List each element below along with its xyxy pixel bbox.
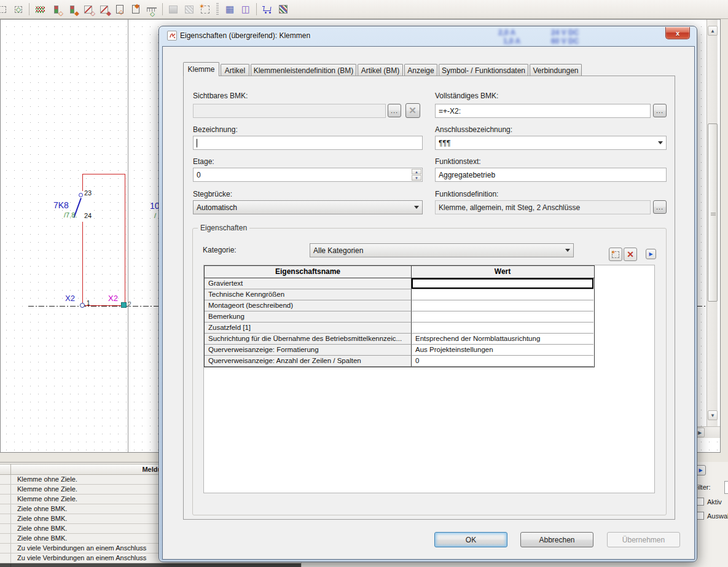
function-definition-input[interactable]: Klemme, allgemein, mit Steg, 2 Anschlüss… <box>435 200 651 214</box>
unplace-terminal-down-icon[interactable]: ◆ <box>96 2 112 17</box>
editor-vscrollbar[interactable]: ▲ ▼ <box>706 20 718 426</box>
hatch-panel-disabled-icon[interactable] <box>181 2 197 17</box>
property-row: Montageort (beschreibend) <box>205 300 594 311</box>
property-value-cell[interactable]: 0 <box>412 356 593 367</box>
property-value-cell[interactable]: Aus Projekteinstellungen <box>412 345 593 356</box>
rail-terminal-icon[interactable]: ◇ <box>144 2 160 17</box>
filter-input[interactable] <box>724 481 728 494</box>
terminal-right-tag[interactable]: X2 <box>108 294 118 303</box>
clipped-device-ref[interactable]: / <box>154 212 156 219</box>
close-button[interactable]: x <box>665 27 690 39</box>
visible-dt-browse-button[interactable]: ... <box>388 104 401 117</box>
unplace-terminal-icon[interactable]: ◇ <box>80 2 96 17</box>
glyph <box>279 5 288 14</box>
full-dt-browse-button[interactable]: ... <box>653 104 667 117</box>
contact-pin-bottom[interactable]: 24 <box>84 212 92 219</box>
scrollbar-thumb[interactable] <box>708 123 718 302</box>
property-new-button[interactable]: ✶ <box>609 248 622 261</box>
category-combobox[interactable]: Alle Kategorien <box>310 243 574 257</box>
terminal-right-pin[interactable]: 2 <box>128 301 131 308</box>
spin-up-icon[interactable]: ▲ <box>412 169 421 174</box>
glyph <box>54 6 58 14</box>
chevron-down-icon[interactable] <box>565 249 570 252</box>
glyph <box>169 6 178 14</box>
designation-input[interactable] <box>193 136 423 150</box>
ok-button[interactable]: OK <box>434 532 507 547</box>
visible-dt-input[interactable] <box>193 104 386 118</box>
new-region-icon[interactable]: ✶ <box>197 2 213 17</box>
property-more-button[interactable]: ▶ <box>646 249 656 259</box>
chevron-down-icon[interactable] <box>658 141 663 144</box>
terminal-strip-grid-icon[interactable] <box>32 2 48 17</box>
spin-down-icon[interactable]: ▼ <box>412 175 421 181</box>
message-row-selected[interactable] <box>0 563 302 567</box>
property-delete-button[interactable]: ✕ <box>624 248 637 261</box>
property-value-cell[interactable] <box>412 300 593 311</box>
property-value-cell[interactable]: Entsprechend der Normblattausrichtung <box>412 334 593 345</box>
terminal-left-tag[interactable]: X2 <box>65 294 75 303</box>
window-id-icon[interactable]: ▦ <box>222 2 238 17</box>
property-value-cell[interactable] <box>412 323 593 334</box>
eplan-app-icon <box>167 31 177 41</box>
function-definition-browse-button[interactable]: ... <box>653 200 667 214</box>
jumper-combobox[interactable]: Automatisch <box>193 200 423 214</box>
scroll-up-icon[interactable]: ▲ <box>708 26 718 36</box>
property-name-cell[interactable]: Technische Kenngrößen <box>205 289 412 300</box>
contact-pin-top[interactable]: 23 <box>84 189 92 197</box>
property-name-cell[interactable]: Querverweisanzeige: Anzahl der Zeilen / … <box>205 356 412 367</box>
scroll-down-icon[interactable]: ▼ <box>708 410 718 420</box>
play-icon: ▶ <box>699 467 702 473</box>
tab-artikel[interactable]: Artikel <box>221 64 249 76</box>
tab-artikel-bm[interactable]: Artikel (BM) <box>358 64 403 76</box>
device-tag[interactable]: 7K8 <box>53 200 69 210</box>
col-header-name[interactable]: Eigenschaftsname <box>205 266 412 278</box>
property-value-cell[interactable] <box>412 289 593 300</box>
connection-designation-label: Anschlussbezeichnung: <box>435 125 512 134</box>
chevron-down-icon[interactable] <box>414 206 419 209</box>
property-name-cell[interactable]: Suchrichtung für die Übernahme des Betri… <box>205 334 412 345</box>
property-name-cell[interactable]: Montageort (beschreibend) <box>205 300 412 311</box>
visible-dt-delete-button[interactable]: ✕ <box>405 103 420 118</box>
property-row: Graviertext <box>205 278 594 289</box>
filter-selection-label: Auswahl <box>707 512 728 520</box>
connection-designation-combobox[interactable]: ¶¶¶ <box>435 136 667 150</box>
terminal-right-handle[interactable] <box>121 302 127 308</box>
property-name-cell[interactable]: Querverweisanzeige: Formatierung <box>205 345 412 356</box>
cart-icon[interactable] <box>259 2 275 17</box>
symbol-select-icon[interactable]: ◇ <box>10 2 26 17</box>
property-value-cell[interactable] <box>412 311 593 323</box>
terminal-left-symbol[interactable] <box>80 303 85 308</box>
device-cross-reference[interactable]: /7.8. <box>64 211 77 219</box>
property-name-cell[interactable]: Bemerkung <box>205 311 412 323</box>
eigenschaften-group: Eigenschaften Kategorie: Alle Kategorien… <box>192 228 667 515</box>
insert-terminal-icon[interactable]: ◇ <box>48 2 64 17</box>
tab-klemmenleistendefinition[interactable]: Klemmenleistendefinition (BM) <box>251 64 356 76</box>
play-icon: ▶ <box>649 251 652 257</box>
col-header-value[interactable]: Wert <box>412 266 593 278</box>
dialog-titlebar[interactable]: Eigenschaften (übergreifend): Klemmen 2,… <box>159 26 697 45</box>
tab-klemme[interactable]: Klemme <box>183 62 219 76</box>
function-text-input[interactable]: Aggregatebetrieb <box>435 168 667 182</box>
layers-panel-icon[interactable] <box>275 2 291 17</box>
topology-icon[interactable]: ◫ <box>238 2 254 17</box>
apply-button[interactable]: Übernehmen <box>607 532 680 547</box>
tab-anzeige[interactable]: Anzeige <box>404 64 437 76</box>
insert-terminal-down-icon[interactable]: ◆ <box>64 2 80 17</box>
toolbar-grip[interactable] <box>216 3 219 15</box>
box-terminal-up-icon[interactable]: ◆ <box>128 2 144 17</box>
property-name-cell[interactable]: Zusatzfeld [1] <box>205 323 412 334</box>
box-terminal-icon[interactable]: ◇ <box>112 2 128 17</box>
contact-arc-icon[interactable] <box>79 193 83 197</box>
property-name-cell[interactable]: Graviertext <box>205 278 412 289</box>
full-dt-input[interactable]: =+-X2: <box>435 104 651 118</box>
tab-symbol-funktionsdaten[interactable]: Symbol- / Funktionsdaten <box>439 64 528 76</box>
terminal-left-pin[interactable]: 1 <box>87 300 90 307</box>
property-value-cell-selected[interactable] <box>412 278 593 289</box>
tab-verbindungen[interactable]: Verbindungen <box>530 64 582 76</box>
clipped-edge-icon[interactable] <box>0 2 10 17</box>
floor-spinner-input[interactable]: 0 ▲▼ <box>193 168 423 182</box>
property-row: Suchrichtung für die Übernahme des Betri… <box>205 334 594 345</box>
edit-panel-disabled-icon[interactable] <box>165 2 181 17</box>
property-grid-header[interactable]: Eigenschaftsname Wert <box>205 266 594 278</box>
cancel-button[interactable]: Abbrechen <box>520 532 593 547</box>
